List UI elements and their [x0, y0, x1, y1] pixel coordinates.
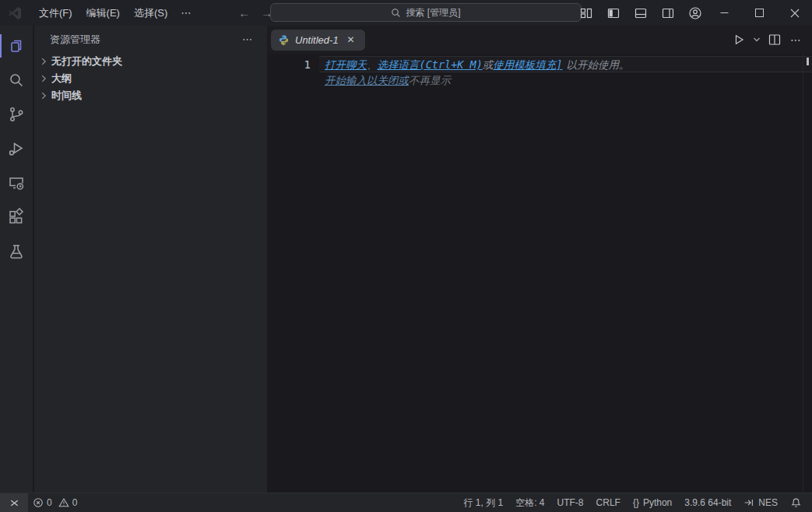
- account-button[interactable]: [685, 4, 705, 23]
- run-debug-icon: [7, 139, 26, 158]
- toggle-panel-button[interactable]: [631, 4, 651, 23]
- menu-overflow-button[interactable]: ⋯: [174, 4, 198, 22]
- vscode-logo-icon: [7, 5, 23, 21]
- maximize-button[interactable]: [742, 0, 777, 26]
- hint-line-2: 开始输入以关闭或不再显示: [325, 72, 804, 88]
- activity-remote-explorer-button[interactable]: [0, 166, 33, 200]
- section-timeline[interactable]: 时间线: [34, 87, 267, 104]
- eol-button[interactable]: CRLF: [591, 494, 626, 511]
- command-center-search[interactable]: 搜索 [管理员]: [270, 3, 582, 22]
- select-language-link[interactable]: 选择语言(Ctrl+K M): [378, 58, 483, 71]
- split-editor-button[interactable]: [766, 30, 783, 49]
- encoding-button[interactable]: UTF-8: [552, 494, 589, 511]
- go-back-button[interactable]: ←: [238, 6, 250, 19]
- activity-extensions-button[interactable]: [0, 200, 33, 234]
- tab-label: Untitled-1: [295, 34, 339, 46]
- hint-line-1: 打开聊天、选择语言(Ctrl+K M)或使用模板填充]以开始使用。: [325, 57, 804, 72]
- status-bar: 0 0 行 1, 列 1 空格: 4 UTF-8 CRLF {} Python …: [0, 493, 812, 512]
- python-interpreter-button[interactable]: 3.9.6 64-bit: [679, 494, 736, 511]
- remote-icon: [9, 497, 20, 509]
- menu-selection[interactable]: 选择(S): [127, 3, 174, 23]
- minimize-button[interactable]: [707, 0, 742, 26]
- remote-explorer-icon: [7, 174, 26, 192]
- run-icon: [733, 33, 745, 46]
- menu-edit[interactable]: 编辑(E): [79, 3, 127, 23]
- chevron-down-icon: [753, 36, 761, 44]
- open-chat-link[interactable]: 打开聊天: [325, 58, 367, 71]
- language-mode-button[interactable]: {} Python: [627, 494, 677, 511]
- editor-pane[interactable]: 1 打开聊天、选择语言(Ctrl+K M)或使用模板填充]以开始使用。 开始输入…: [267, 54, 812, 493]
- sidebar-header: 资源管理器 ⋯: [34, 26, 267, 53]
- sidebar-right-icon: [662, 7, 674, 19]
- source-control-icon: [7, 105, 26, 124]
- statusbar-right: 行 1, 列 1 空格: 4 UTF-8 CRLF {} Python 3.9.…: [459, 494, 812, 511]
- sidebar-more-actions-button[interactable]: ⋯: [237, 32, 258, 47]
- activity-explorer-button[interactable]: [0, 29, 33, 63]
- maximize-icon: [755, 9, 764, 17]
- bell-icon: [790, 497, 802, 509]
- history-nav: ← →: [238, 6, 272, 19]
- editor-actions: ⋯: [730, 26, 806, 54]
- tab-arrow-icon: [743, 497, 754, 508]
- tab-close-button[interactable]: ✕: [344, 33, 358, 47]
- toggle-secondary-sidebar-button[interactable]: [658, 4, 678, 23]
- customize-layout-button[interactable]: [576, 4, 596, 23]
- run-python-file-button[interactable]: [730, 30, 747, 49]
- activity-bar: [0, 26, 33, 493]
- close-icon: [790, 9, 800, 18]
- error-icon: [33, 497, 44, 508]
- customize-layout-icon: [580, 7, 592, 19]
- extensions-icon: [7, 208, 26, 226]
- warning-icon: [58, 497, 69, 508]
- section-outline[interactable]: 大纲: [34, 70, 267, 87]
- remote-indicator-button[interactable]: [0, 493, 28, 512]
- run-dropdown-button[interactable]: [750, 30, 763, 49]
- error-count: 0: [47, 497, 52, 508]
- window-controls: [707, 0, 812, 26]
- fill-template-link[interactable]: 使用模板填充]: [493, 58, 562, 71]
- cursor-position-button[interactable]: 行 1, 列 1: [459, 494, 509, 511]
- dont-show-again-text: 不再显示: [409, 74, 451, 86]
- chevron-right-icon: [37, 89, 50, 102]
- search-icon: [7, 71, 26, 89]
- activity-source-control-button[interactable]: [0, 97, 33, 132]
- toggle-primary-sidebar-button[interactable]: [603, 4, 624, 23]
- nes-button[interactable]: NES: [738, 494, 783, 511]
- line-number: 1: [267, 57, 311, 72]
- section-label: 无打开的文件夹: [51, 54, 122, 68]
- title-bar: 文件(F) 编辑(E) 选择(S) ⋯ ← → 搜索 [管理员]: [0, 0, 812, 26]
- testing-flask-icon: [7, 242, 26, 261]
- start-typing-dismiss-link[interactable]: 开始输入以关闭或: [325, 74, 409, 86]
- section-label: 大纲: [51, 72, 72, 86]
- editor-hint: 打开聊天、选择语言(Ctrl+K M)或使用模板填充]以开始使用。 开始输入以关…: [325, 57, 804, 88]
- indentation-button[interactable]: 空格: 4: [510, 494, 550, 511]
- search-icon: [391, 8, 401, 18]
- tab-bar: Untitled-1 ✕ ⋯: [267, 26, 812, 54]
- scrollbar[interactable]: [803, 54, 803, 493]
- sidebar-title: 资源管理器: [50, 33, 237, 47]
- explorer-sidebar: 资源管理器 ⋯ 无打开的文件夹 大纲 时间线: [34, 26, 267, 493]
- overview-cursor-marker: [807, 58, 809, 65]
- minimize-icon: [720, 9, 729, 17]
- activity-testing-button[interactable]: [0, 234, 33, 268]
- problems-button[interactable]: 0 0: [28, 494, 82, 511]
- editor-group: Untitled-1 ✕ ⋯ 1 打开聊天、选择语言(: [267, 26, 812, 493]
- tab-untitled-1[interactable]: Untitled-1 ✕: [271, 30, 365, 51]
- chevron-right-icon: [37, 72, 50, 85]
- editor-more-actions-button[interactable]: ⋯: [786, 30, 806, 49]
- close-button[interactable]: [777, 0, 812, 26]
- notifications-button[interactable]: [785, 494, 807, 511]
- python-file-icon: [278, 34, 290, 46]
- split-editor-icon: [768, 33, 781, 46]
- activity-search-button[interactable]: [0, 63, 33, 97]
- menu-bar: 文件(F) 编辑(E) 选择(S) ⋯: [32, 3, 198, 23]
- menu-file[interactable]: 文件(F): [32, 3, 79, 23]
- activity-run-debug-button[interactable]: [0, 132, 33, 166]
- panel-bottom-icon: [634, 7, 647, 19]
- account-icon: [688, 6, 702, 20]
- section-label: 时间线: [51, 89, 82, 103]
- layout-controls: [576, 0, 705, 26]
- search-placeholder: 搜索 [管理员]: [406, 6, 460, 19]
- section-no-folder-opened[interactable]: 无打开的文件夹: [34, 53, 267, 70]
- warning-count: 0: [72, 497, 78, 508]
